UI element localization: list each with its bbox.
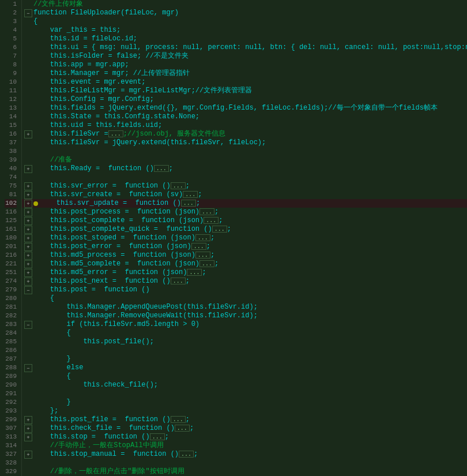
line-number: 281: [5, 303, 17, 312]
code-content: this.svr_error = function ()...;: [33, 182, 190, 190]
fold-placeholder: [24, 468, 32, 475]
code-area[interactable]: //文件上传对象−function FileUploader(fileLoc, …: [22, 0, 467, 476]
line-number: 329: [5, 467, 17, 476]
code-content: this.post_complete_quick = function ()..…: [33, 225, 231, 234]
line-number: 180: [5, 234, 17, 242]
line-number: 4: [5, 26, 17, 35]
code-content: this.svr_update = function ()...;: [40, 199, 200, 208]
fold-button[interactable]: +: [24, 243, 32, 251]
line-number-gutter: 1234567891011121314151637383940747581102…: [0, 0, 22, 476]
fold-button[interactable]: +: [24, 182, 32, 190]
code-line: + this.svr_update = function ()...;: [22, 199, 467, 208]
line-number: 116: [5, 208, 17, 216]
line-number: 201: [5, 242, 17, 251]
fold-placeholder: [24, 304, 32, 311]
line-number: 313: [5, 433, 17, 441]
fold-button[interactable]: −: [24, 321, 32, 329]
line-number: 299: [5, 415, 17, 424]
code-editor: 1234567891011121314151637383940747581102…: [0, 0, 467, 476]
fold-button[interactable]: +: [24, 416, 32, 424]
fold-button[interactable]: +: [24, 451, 32, 459]
code-content: {: [33, 329, 71, 338]
code-line: [22, 389, 467, 398]
line-number: 2: [5, 9, 17, 17]
fold-button[interactable]: +: [24, 191, 32, 199]
fold-button[interactable]: +: [24, 433, 32, 441]
fold-button[interactable]: +: [24, 260, 32, 268]
line-number: 284: [5, 329, 17, 338]
line-number: 7: [5, 52, 17, 61]
fold-placeholder: [24, 157, 32, 164]
fold-placeholder: [24, 96, 32, 103]
fold-button[interactable]: +: [24, 217, 32, 225]
fold-placeholder: [24, 148, 32, 155]
line-number: 307: [5, 424, 17, 433]
line-number: 290: [5, 381, 17, 389]
fold-placeholder: [24, 44, 32, 51]
line-number: 221: [5, 260, 17, 268]
code-line: − else: [22, 363, 467, 372]
code-line: + this.post_process = function (json)...…: [22, 208, 467, 216]
line-number: 216: [5, 251, 17, 260]
fold-button[interactable]: +: [24, 200, 32, 208]
fold-placeholder: [24, 174, 32, 181]
fold-button[interactable]: +: [24, 234, 32, 242]
code-content: this.check_file = function ()...;: [33, 424, 194, 433]
fold-button[interactable]: −: [24, 364, 32, 372]
code-content: this.post = function (): [33, 286, 150, 294]
code-line: //手动停止，一般在StopAll中调用: [22, 441, 467, 450]
code-content: this.app = mgr.app;: [33, 61, 129, 69]
code-line: [22, 459, 467, 467]
line-number: 161: [5, 225, 17, 234]
code-content: this.stop_manual = function ()...;: [33, 450, 198, 459]
code-line: + this.stop = function ()...;: [22, 433, 467, 441]
code-line: [22, 173, 467, 182]
fold-button[interactable]: +: [24, 208, 32, 216]
code-line: //删除，一般在用户点击"删除"按钮时调用: [22, 467, 467, 476]
fold-button[interactable]: +: [24, 278, 32, 286]
code-content: {: [33, 17, 37, 26]
code-line: this.State = this.Config.state.None;: [22, 113, 467, 121]
line-number: 13: [5, 104, 17, 113]
line-number: 16: [5, 130, 17, 138]
code-line: this.uid = this.fields.uid;: [22, 121, 467, 130]
code-line: };: [22, 407, 467, 415]
fold-placeholder: [24, 18, 32, 25]
fold-placeholder: [24, 105, 32, 112]
code-line: [22, 147, 467, 156]
code-line: this.id = fileLoc.id;: [22, 35, 467, 43]
code-line: }: [22, 398, 467, 407]
fold-button[interactable]: +: [24, 269, 32, 277]
fold-button[interactable]: +: [24, 130, 32, 138]
code-content: function FileUploader(fileLoc, mgr): [33, 9, 179, 17]
fold-placeholder: [24, 140, 32, 147]
code-line: this.fields = jQuery.extend({}, mgr.Conf…: [22, 104, 467, 113]
code-content: else: [33, 363, 83, 372]
code-content: this.post_next = function ()...;: [33, 277, 190, 286]
line-number: 274: [5, 277, 17, 286]
code-content: this.md5_process = function (json)...;: [33, 251, 214, 260]
code-content: this.fields = jQuery.extend({}, mgr.Conf…: [33, 104, 438, 113]
fold-button[interactable]: −: [24, 286, 32, 294]
line-number: 8: [5, 61, 17, 69]
code-line: //文件上传对象: [22, 0, 467, 9]
code-line: this.isFolder = false; //不是文件夹: [22, 52, 467, 61]
breakpoint-indicator: [33, 201, 38, 206]
code-content: var _this = this;: [33, 26, 120, 35]
line-number: 327: [5, 450, 17, 459]
fold-button[interactable]: −: [24, 9, 32, 17]
fold-button[interactable]: +: [24, 425, 32, 433]
fold-placeholder: [24, 122, 32, 129]
code-content: this.ui = { msg: null, process: null, pe…: [33, 43, 467, 52]
line-number: 287: [5, 355, 17, 363]
fold-placeholder: [24, 53, 32, 60]
code-line: //准备: [22, 156, 467, 164]
fold-button[interactable]: +: [24, 165, 32, 173]
fold-button[interactable]: +: [24, 252, 32, 260]
code-content: this.post_file = function ()...;: [33, 415, 190, 424]
fold-button[interactable]: +: [24, 226, 32, 234]
fold-placeholder: [24, 295, 32, 302]
line-number: 6: [5, 43, 17, 52]
code-content: this.Manager.AppendQueuePost(this.fileSv…: [33, 303, 258, 312]
code-content: //文件上传对象: [33, 0, 83, 9]
